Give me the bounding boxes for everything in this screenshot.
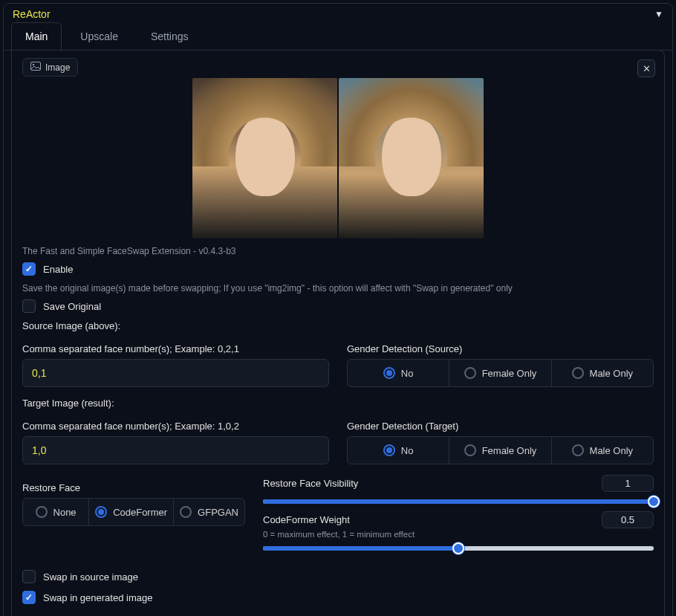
restore-none[interactable]: None [23,499,89,525]
image-preview[interactable] [192,78,484,239]
restore-face-label: Restore Face [22,482,245,493]
codeformer-weight-value[interactable]: 0.5 [602,511,654,528]
image-icon [30,62,41,73]
panel-header[interactable]: ReActor ▼ [4,4,672,22]
target-gender-male[interactable]: Male Only [552,437,653,464]
swap-generated-checkbox[interactable] [22,591,36,604]
target-gender-no[interactable]: No [348,437,449,464]
source-faces-input[interactable] [22,359,329,387]
reactor-panel: ReActor ▼ Main Upscale Settings Image ✕ … [3,3,673,616]
visibility-value[interactable]: 1 [602,475,654,492]
image-badge-label: Image [45,62,70,73]
tab-settings[interactable]: Settings [137,22,203,51]
svg-rect-0 [31,62,41,71]
swap-generated-row: Swap in generated image [22,591,654,604]
radio-icon [180,506,192,518]
visibility-slider[interactable] [263,499,654,504]
target-gender-female[interactable]: Female Only [449,437,551,464]
source-heading: Source Image (above): [22,320,654,331]
radio-icon [464,444,476,456]
source-field-label: Comma separated face number(s); Example:… [22,343,329,354]
swap-source-checkbox[interactable] [22,570,36,583]
source-gender-no[interactable]: No [348,360,449,386]
target-gender-group: No Female Only Male Only [347,436,654,464]
radio-icon [95,506,107,518]
save-original-row: Save Original [22,299,654,313]
tabs: Main Upscale Settings [4,22,672,51]
radio-icon [464,367,476,379]
target-heading: Target Image (result): [22,398,654,409]
target-gender-label: Gender Detection (Target) [347,421,654,432]
svg-point-1 [33,64,34,65]
restore-codeformer[interactable]: CodeFormer [89,499,174,525]
close-button[interactable]: ✕ [637,59,655,77]
close-icon: ✕ [643,63,651,74]
target-faces-input[interactable] [22,436,329,464]
image-badge[interactable]: Image [22,58,78,77]
extension-description: The Fast and Simple FaceSwap Extension -… [22,246,654,256]
radio-icon [383,367,395,379]
radio-icon [572,367,584,379]
source-gender-label: Gender Detection (Source) [347,343,654,354]
swap-source-row: Swap in source image [22,570,654,583]
target-field-label: Comma separated face number(s); Example:… [22,421,329,432]
source-gender-male[interactable]: Male Only [552,360,653,386]
enable-row: Enable [22,262,654,276]
enable-checkbox[interactable] [22,262,36,276]
preview-face-left [192,78,337,239]
codeformer-weight-slider[interactable] [263,546,654,551]
codeformer-weight-hint: 0 = maximum effect, 1 = minimum effect [263,530,654,539]
swap-source-label: Swap in source image [43,571,138,583]
panel-title: ReActor [13,8,51,20]
codeformer-weight-label: CodeFormer Weight [263,514,350,525]
save-original-checkbox[interactable] [22,299,36,313]
tab-upscale[interactable]: Upscale [66,22,132,51]
preview-face-right [339,78,484,239]
enable-label: Enable [43,264,73,275]
save-original-hint: Save the original image(s) made before s… [22,283,654,294]
radio-icon [383,444,395,456]
radio-icon [36,506,48,518]
visibility-label: Restore Face Visibility [263,478,358,489]
restore-face-group: None CodeFormer GFPGAN [22,498,245,526]
save-original-label: Save Original [43,301,101,312]
source-gender-group: No Female Only Male Only [347,359,654,387]
source-gender-female[interactable]: Female Only [449,360,551,386]
restore-gfpgan[interactable]: GFPGAN [174,499,244,525]
radio-icon [572,444,584,456]
caret-down-icon: ▼ [654,9,663,19]
swap-generated-label: Swap in generated image [43,592,152,603]
tab-body: Image ✕ The Fast and Simple FaceSwap Ext… [11,50,665,616]
tab-main[interactable]: Main [11,22,62,51]
